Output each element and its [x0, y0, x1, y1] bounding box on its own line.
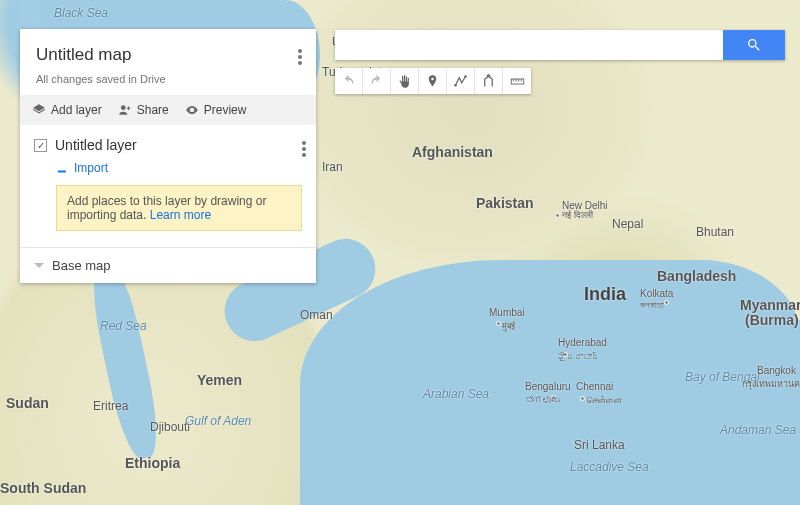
kebab-icon: [298, 55, 302, 59]
basemap-label: Base map: [52, 258, 111, 273]
map-toolbar: [335, 68, 531, 94]
label-new-delhi: New Delhi: [562, 200, 608, 211]
layer-tip: Add places to this layer by drawing or i…: [56, 185, 302, 231]
layer-item: Untitled layer Import Add places to this…: [20, 125, 316, 247]
layer-options-button[interactable]: [298, 135, 310, 163]
panel-actions: Add layer Share Preview: [20, 95, 316, 125]
layer-name[interactable]: Untitled layer: [55, 137, 137, 153]
side-panel: Untitled map All changes saved in Drive …: [20, 29, 316, 283]
label-new-delhi-native: नई दिल्ली: [562, 210, 593, 221]
save-status: All changes saved in Drive: [36, 73, 300, 85]
label-gulf-aden: Gulf of Aden: [185, 414, 251, 428]
share-label: Share: [137, 103, 169, 117]
label-nepal: Nepal: [612, 217, 643, 231]
search-button[interactable]: [723, 30, 785, 60]
route-button[interactable]: [475, 68, 503, 94]
layers-icon: [32, 103, 46, 117]
marker-button[interactable]: [419, 68, 447, 94]
caret-down-icon: [34, 263, 44, 273]
undo-button[interactable]: [335, 68, 363, 94]
eye-icon: [185, 103, 199, 117]
redo-icon: [369, 74, 384, 89]
basemap-toggle[interactable]: Base map: [20, 247, 316, 283]
marker-icon: [425, 74, 440, 89]
search-icon: [746, 37, 762, 53]
label-ethiopia: Ethiopia: [125, 455, 180, 471]
import-button[interactable]: Import: [56, 161, 302, 175]
hand-icon: [397, 74, 412, 89]
label-iran: Iran: [322, 160, 343, 174]
svg-point-0: [454, 84, 457, 87]
map-options-button[interactable]: [294, 43, 306, 71]
label-yemen: Yemen: [197, 372, 242, 388]
svg-point-1: [464, 75, 467, 78]
preview-button[interactable]: Preview: [185, 103, 247, 117]
search-input[interactable]: [335, 30, 723, 60]
share-button[interactable]: Share: [118, 103, 169, 117]
label-south-sudan: South Sudan: [0, 480, 86, 496]
ruler-icon: [510, 74, 525, 89]
layer-checkbox[interactable]: [34, 139, 47, 152]
add-layer-label: Add layer: [51, 103, 102, 117]
import-icon: [56, 162, 68, 174]
label-pakistan: Pakistan: [476, 195, 534, 211]
share-icon: [118, 103, 132, 117]
kebab-icon: [302, 147, 306, 151]
add-layer-button[interactable]: Add layer: [32, 103, 102, 117]
ruler-button[interactable]: [503, 68, 531, 94]
preview-label: Preview: [204, 103, 247, 117]
undo-icon: [341, 74, 356, 89]
svg-rect-2: [511, 79, 524, 84]
line-button[interactable]: [447, 68, 475, 94]
learn-more-link[interactable]: Learn more: [150, 208, 211, 222]
map-title[interactable]: Untitled map: [36, 45, 300, 65]
search-bar: [335, 30, 785, 60]
label-sudan: Sudan: [6, 395, 49, 411]
redo-button[interactable]: [363, 68, 391, 94]
pan-button[interactable]: [391, 68, 419, 94]
label-bhutan: Bhutan: [696, 225, 734, 239]
line-icon: [453, 74, 468, 89]
import-label: Import: [74, 161, 108, 175]
route-icon: [481, 74, 496, 89]
svg-point-3: [121, 105, 126, 110]
label-afghanistan: Afghanistan: [412, 144, 493, 160]
